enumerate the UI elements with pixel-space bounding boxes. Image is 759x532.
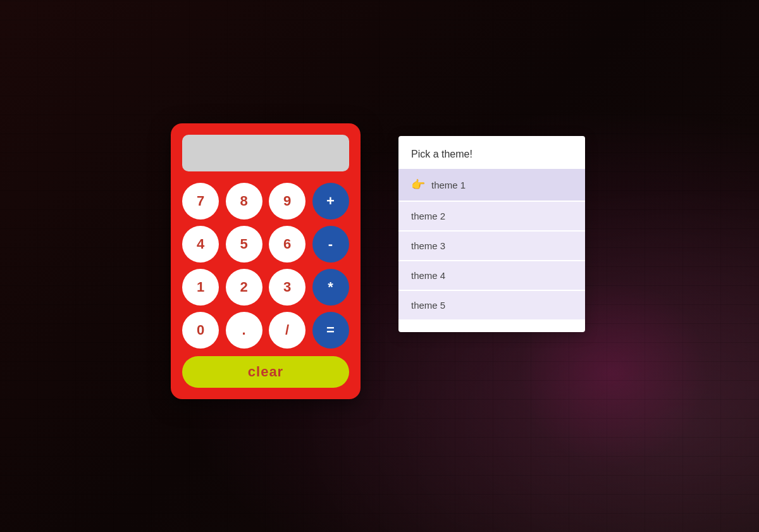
selected-indicator: 👉: [411, 178, 425, 192]
btn-5[interactable]: 5: [226, 226, 262, 263]
calculator-display: [182, 135, 349, 171]
theme-item-1[interactable]: 👉 theme 1: [398, 169, 585, 202]
theme-label-1: theme 1: [431, 180, 466, 190]
btn-8[interactable]: 8: [226, 183, 262, 220]
btn-plus[interactable]: +: [312, 183, 349, 220]
btn-4[interactable]: 4: [182, 226, 219, 263]
theme-item-5[interactable]: theme 5: [398, 291, 585, 319]
theme-label-5: theme 5: [411, 300, 445, 311]
theme-picker-panel: Pick a theme! 👉 theme 1 theme 2 theme 3 …: [398, 136, 585, 332]
theme-label-3: theme 3: [411, 240, 445, 251]
btn-7[interactable]: 7: [182, 183, 219, 220]
btn-3[interactable]: 3: [269, 269, 305, 306]
btn-2[interactable]: 2: [226, 269, 262, 306]
btn-1[interactable]: 1: [182, 269, 219, 306]
btn-decimal[interactable]: .: [226, 312, 262, 349]
background: [0, 0, 759, 532]
btn-multiply[interactable]: *: [312, 269, 349, 306]
btn-0[interactable]: 0: [182, 312, 219, 349]
calculator-buttons: 7 8 9 + 4 5 6 - 1 2 3 * 0 . / =: [182, 183, 349, 349]
theme-label-4: theme 4: [411, 270, 445, 281]
btn-divide[interactable]: /: [269, 312, 305, 349]
theme-item-3[interactable]: theme 3: [398, 232, 585, 261]
btn-6[interactable]: 6: [269, 226, 305, 263]
btn-9[interactable]: 9: [269, 183, 305, 220]
clear-button[interactable]: clear: [182, 356, 349, 388]
calculator: 7 8 9 + 4 5 6 - 1 2 3 * 0 . / = clear: [171, 123, 361, 399]
theme-item-2[interactable]: theme 2: [398, 202, 585, 232]
theme-picker-title: Pick a theme!: [398, 149, 585, 169]
theme-label-2: theme 2: [411, 211, 445, 221]
theme-item-4[interactable]: theme 4: [398, 261, 585, 291]
theme-list: 👉 theme 1 theme 2 theme 3 theme 4 theme …: [398, 169, 585, 319]
btn-minus[interactable]: -: [312, 226, 349, 263]
btn-equals[interactable]: =: [312, 312, 349, 349]
